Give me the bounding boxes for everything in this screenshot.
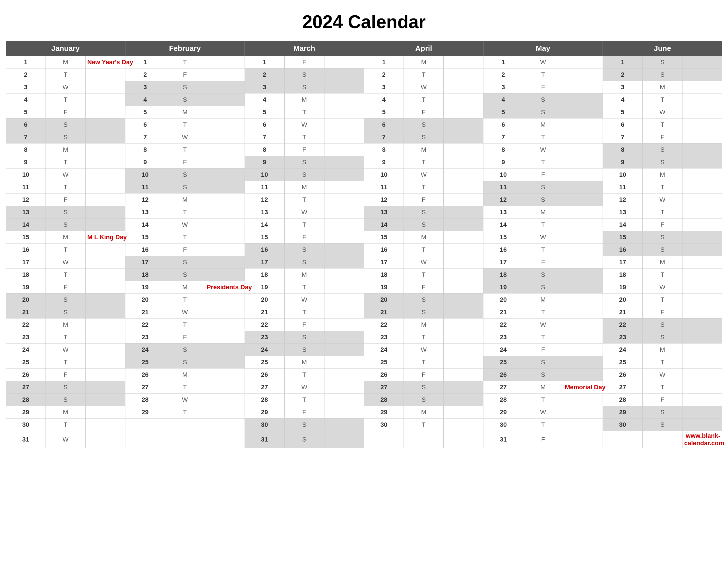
day-number: 7 (364, 131, 404, 144)
day-letter: S (284, 431, 324, 448)
day-event (682, 206, 722, 219)
day-event (444, 231, 483, 244)
day-letter: S (523, 194, 563, 206)
day-event (682, 331, 722, 343)
day-number: 13 (483, 206, 523, 219)
day-number: 13 (364, 206, 404, 219)
day-letter: T (165, 381, 205, 393)
day-event (563, 418, 603, 431)
day-event (563, 269, 603, 281)
day-number: 17 (483, 256, 523, 269)
day-letter: S (643, 231, 683, 244)
day-number: 3 (364, 81, 404, 94)
day-letter: F (643, 219, 683, 231)
day-event (444, 406, 483, 418)
day-letter: T (45, 181, 85, 194)
day-letter: S (165, 343, 205, 356)
day-number: 7 (483, 131, 523, 144)
day-event (563, 119, 603, 131)
day-event (324, 431, 364, 448)
day-number: 21 (364, 306, 404, 318)
day-number: 21 (125, 306, 165, 318)
day-event (85, 356, 125, 368)
day-event (563, 293, 603, 306)
day-letter: S (284, 343, 324, 356)
day-event (324, 306, 364, 318)
day-number: 27 (125, 381, 165, 393)
day-event (563, 406, 603, 418)
day-letter: F (523, 256, 563, 269)
day-letter: T (523, 131, 563, 144)
day-event (682, 81, 722, 94)
day-letter: T (45, 356, 85, 368)
day-letter: F (45, 194, 85, 206)
day-number: 8 (483, 144, 523, 156)
day-number: 29 (245, 406, 284, 418)
empty-cell (205, 431, 245, 448)
day-event (85, 318, 125, 331)
day-number: 7 (6, 131, 46, 144)
day-letter: S (284, 418, 324, 431)
day-event (205, 231, 245, 244)
day-event (682, 343, 722, 356)
day-number: 5 (483, 106, 523, 119)
day-letter: S (284, 156, 324, 169)
day-number: 23 (603, 331, 643, 343)
day-event (324, 368, 364, 381)
day-number: 30 (364, 418, 404, 431)
day-event (682, 418, 722, 431)
day-event (444, 119, 483, 131)
day-number: 21 (6, 306, 46, 318)
day-letter: W (643, 281, 683, 293)
day-event (324, 206, 364, 219)
day-number: 25 (245, 356, 284, 368)
day-number: 16 (245, 244, 284, 256)
day-event (205, 106, 245, 119)
day-number: 28 (483, 393, 523, 406)
day-number: 30 (483, 418, 523, 431)
day-letter: S (404, 206, 444, 219)
day-letter: S (45, 131, 85, 144)
day-letter: M (404, 231, 444, 244)
day-letter: M (643, 343, 683, 356)
day-event (563, 393, 603, 406)
day-event (444, 306, 483, 318)
header-april: April (364, 41, 483, 56)
day-event (444, 106, 483, 119)
day-event (324, 418, 364, 431)
day-letter: W (523, 318, 563, 331)
day-number: 18 (364, 269, 404, 281)
day-number: 7 (245, 131, 284, 144)
day-number: 20 (125, 293, 165, 306)
day-event (682, 368, 722, 381)
day-event (205, 356, 245, 368)
day-letter: S (284, 244, 324, 256)
day-event (85, 94, 125, 106)
day-number: 30 (603, 418, 643, 431)
day-event (85, 156, 125, 169)
day-event (324, 69, 364, 81)
day-event (444, 181, 483, 194)
day-event (205, 181, 245, 194)
day-event (444, 244, 483, 256)
empty-cell (603, 431, 643, 448)
day-event (205, 56, 245, 69)
day-letter: W (643, 194, 683, 206)
day-number: 23 (6, 331, 46, 343)
day-number: 8 (6, 144, 46, 156)
day-letter: W (523, 231, 563, 244)
day-event (563, 431, 603, 448)
day-number: 25 (125, 356, 165, 368)
day-event (682, 106, 722, 119)
day-number: 18 (483, 269, 523, 281)
day-event (563, 94, 603, 106)
day-number: 28 (603, 393, 643, 406)
day-number: 21 (245, 306, 284, 318)
day-number: 16 (6, 244, 46, 256)
day-number: 22 (245, 318, 284, 331)
day-number: 20 (364, 293, 404, 306)
day-number: 29 (603, 406, 643, 418)
day-event (444, 356, 483, 368)
website-link: www.blank-calendar.com (682, 431, 722, 448)
day-letter: S (643, 406, 683, 418)
